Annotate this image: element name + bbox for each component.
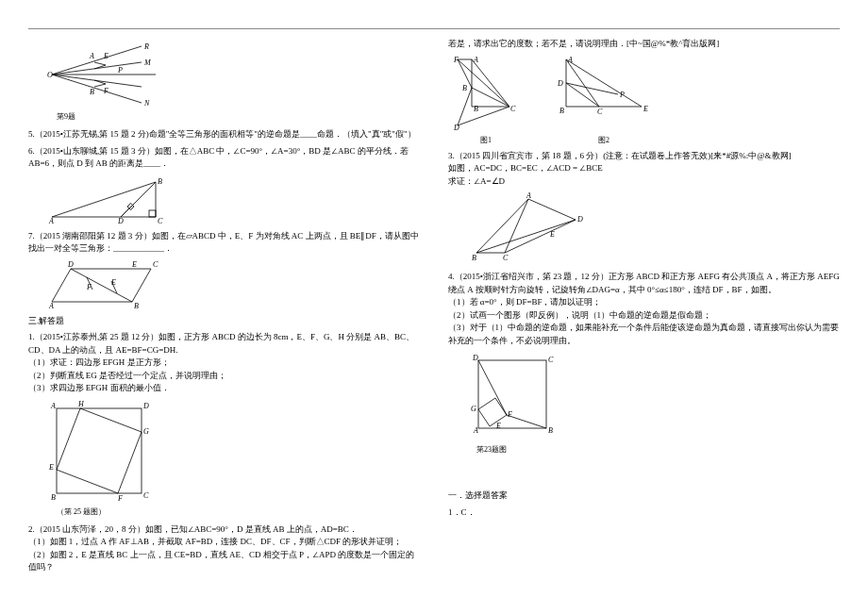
svg-text:P: P — [619, 91, 625, 99]
svg-line-50 — [472, 59, 509, 107]
svg-rect-84 — [478, 360, 546, 428]
svg-line-55 — [458, 107, 509, 125]
figure-q6-container: A B C D — [28, 174, 420, 226]
svg-text:N: N — [143, 99, 150, 108]
svg-text:D: D — [453, 124, 459, 132]
question-3-1-sub3: （3）求四边形 EFGH 面积的最小值． — [28, 382, 420, 395]
svg-text:A: A — [48, 217, 54, 225]
svg-marker-75 — [476, 199, 528, 253]
figure-23-caption: 第23题图 — [476, 444, 840, 456]
question-7: 7.（2015 湖南邵阳第 12 题 3 分）如图，在▱ABCD 中，E、F 为… — [28, 230, 420, 256]
question-3-2-continuation: 若是，请求出它的度数；若不是，请说明理由．[中~国@%*教^育出版网] — [448, 38, 840, 51]
figure-q3-2-container: F A B B C D 图1 A D B C — [448, 55, 840, 146]
figure-25-container: A H D G C F B E （第 25 题图） — [28, 399, 420, 518]
svg-text:D: D — [67, 260, 74, 269]
question-3-2-stem: 2.（2015 山东菏泽，20，8 分）如图，已知∠ABC=90°，D 是直线 … — [28, 523, 420, 537]
svg-rect-21 — [149, 210, 156, 217]
svg-text:B: B — [90, 88, 94, 96]
svg-text:A: A — [526, 191, 531, 200]
svg-marker-85 — [478, 398, 507, 426]
svg-line-28 — [71, 269, 132, 302]
question-4: 4.（2015•浙江省绍兴市，第 23 题，12 分）正方形 ABCD 和正方形… — [448, 271, 840, 347]
svg-text:A: A — [473, 56, 478, 64]
svg-text:C: C — [153, 260, 159, 269]
svg-text:B: B — [474, 105, 478, 113]
svg-text:D: D — [142, 402, 149, 410]
question-6: 6.（2015•山东聊城,第 15 题 3 分）如图，在△ABC 中，∠C=90… — [28, 145, 420, 171]
svg-text:D: D — [576, 215, 583, 224]
svg-line-65 — [566, 59, 599, 107]
svg-text:B: B — [559, 107, 564, 115]
figure-q6-svg: A B C D — [47, 174, 170, 226]
svg-marker-18 — [52, 182, 156, 217]
question-4-sub2: （2）试画一个图形（即反例），说明（1）中命题的逆命题是假命题； — [448, 309, 840, 323]
question-5: 5.（2015•江苏无锡,第 15 题 2 分)命题"全等三角形的面积相等"的逆… — [28, 128, 420, 141]
question-3-2: 2.（2015 山东菏泽，20，8 分）如图，已知∠ABC=90°，D 是直线 … — [28, 523, 420, 574]
question-4-sub3: （3）对于（1）中命题的逆命题，如果能补充一个条件后能使该逆命题为真命题，请直接… — [448, 322, 840, 347]
figure-9-caption: 第9题 — [57, 111, 420, 123]
svg-text:C: C — [510, 105, 516, 113]
svg-text:E: E — [495, 422, 501, 430]
question-4-sub1: （1）若 α=0°，则 DF=BF，请加以证明； — [448, 296, 840, 309]
fig2-label: 图2 — [552, 135, 656, 146]
svg-text:A: A — [48, 302, 54, 310]
svg-marker-39 — [57, 408, 142, 493]
question-3-3-given: 如图，AC=DC，BC=EC，∠ACD = ∠BCE — [448, 162, 840, 175]
svg-text:B: B — [134, 302, 139, 310]
svg-text:A: A — [567, 56, 573, 64]
svg-line-56 — [472, 88, 509, 107]
figure-q7-svg: A D E C B F E — [47, 259, 160, 311]
svg-text:A: A — [89, 52, 94, 60]
svg-text:F: F — [507, 410, 512, 419]
svg-line-54 — [458, 88, 472, 125]
svg-line-77 — [505, 220, 576, 253]
question-3-2-sub2: （2）如图 2，E 是直线 BC 上一点，且 CE=BD，直线 AE、CD 相交… — [28, 549, 420, 574]
question-3-3-stem: 3.（2015 四川省宜宾市，第 18 题，6 分）(注意：在试题卷上作答无效)… — [448, 150, 840, 163]
svg-text:E: E — [131, 260, 137, 269]
figure-q3-2-fig2-svg: A D B C P E — [552, 55, 656, 135]
svg-text:B: B — [51, 493, 56, 502]
svg-text:G: G — [471, 405, 476, 413]
figure-q3-3-svg: A B C D E — [467, 191, 590, 267]
figure-23-svg: D C G A E F B — [467, 351, 557, 440]
figure-q3-3-container: A B C D E — [448, 191, 840, 267]
fig1-label: 图1 — [448, 135, 524, 146]
svg-text:D: D — [117, 217, 124, 225]
svg-text:A: A — [50, 402, 56, 410]
figure-23-container: D C G A E F B 第23题图 — [448, 351, 840, 456]
svg-text:G: G — [143, 427, 149, 436]
svg-text:B: B — [158, 177, 162, 186]
svg-text:F: F — [453, 56, 459, 64]
question-3-2-sub1: （1）如图 1，过点 A 作 AF⊥AB，并截取 AF=BD，连接 DC、DF、… — [28, 536, 420, 549]
svg-rect-38 — [57, 408, 142, 493]
question-3-1-stem: 1.（2015•江苏泰州,第 25 题 12 分）如图，正方形 ABCD 的边长… — [28, 331, 420, 357]
svg-text:F: F — [103, 87, 108, 95]
svg-line-78 — [528, 199, 576, 220]
svg-text:E: E — [48, 463, 54, 472]
svg-text:F: F — [117, 494, 123, 503]
svg-line-53 — [458, 59, 509, 107]
question-3-3: 3.（2015 四川省宜宾市，第 18 题，6 分）(注意：在试题卷上作答无效)… — [448, 150, 840, 189]
svg-text:C: C — [158, 217, 163, 225]
svg-line-76 — [476, 220, 576, 253]
question-3-3-prove: 求证：∠A=∠D — [448, 175, 840, 189]
svg-text:P: P — [117, 66, 123, 75]
svg-text:H: H — [77, 400, 85, 408]
svg-text:C: C — [597, 108, 603, 116]
answers-heading: 一．选择题答案 — [448, 490, 840, 503]
svg-text:O: O — [47, 71, 53, 79]
question-3-1: 1.（2015•江苏泰州,第 25 题 12 分）如图，正方形 ABCD 的边长… — [28, 331, 420, 395]
figure-25-svg: A H D G C F B E — [47, 399, 151, 503]
svg-text:B: B — [548, 426, 553, 435]
svg-line-5 — [94, 62, 106, 65]
svg-text:R: R — [143, 42, 149, 51]
svg-text:B: B — [462, 84, 467, 92]
svg-text:B: B — [472, 254, 476, 262]
svg-text:C: C — [503, 254, 509, 262]
svg-text:E: E — [110, 278, 116, 287]
svg-text:C: C — [548, 356, 554, 364]
question-3-1-sub1: （1）求证：四边形 EFGH 是正方形； — [28, 357, 420, 370]
figure-9-svg: O A E R M P B F N — [47, 41, 160, 108]
svg-text:C: C — [143, 491, 149, 500]
figure-25-caption: （第 25 题图） — [57, 506, 420, 518]
